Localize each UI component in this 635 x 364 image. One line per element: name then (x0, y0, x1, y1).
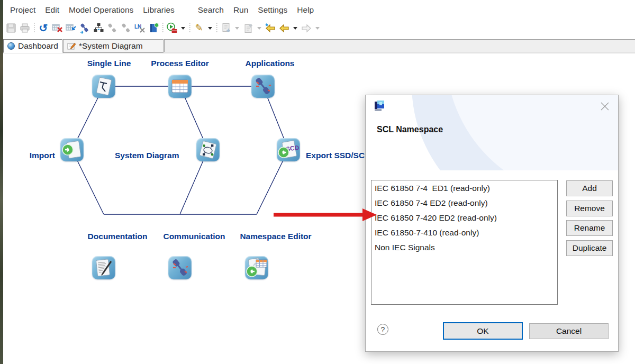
single-line-icon[interactable] (92, 75, 115, 98)
list-item[interactable]: IEC 61850-7-410 (read-only) (371, 225, 557, 240)
list-item[interactable]: Non IEC Signals (371, 240, 557, 254)
node-label-namespace-editor: Namespace Editor (238, 232, 313, 241)
node-label-import: Import (13, 151, 55, 160)
applications-icon[interactable] (251, 75, 275, 98)
export-ssd-icon[interactable]: SCD (277, 138, 300, 161)
communication-icon[interactable] (168, 256, 192, 279)
dialog-header: SCL Namespace (366, 95, 618, 170)
remove-button[interactable]: Remove (566, 201, 613, 216)
node-label-documentation: Documentation (83, 232, 152, 241)
node-label-single-line: Single Line (74, 59, 144, 68)
node-label-communication: Communication (159, 232, 229, 241)
namespace-editor-icon[interactable] (245, 256, 268, 279)
process-editor-icon[interactable] (168, 75, 192, 98)
system-diagram-icon[interactable] (196, 138, 220, 161)
node-label-applications: Applications (235, 59, 305, 68)
node-label-process-editor: Process Editor (145, 59, 215, 68)
cancel-button[interactable]: Cancel (529, 323, 609, 339)
red-annotation-arrow-icon (270, 207, 384, 222)
help-icon[interactable]: ? (377, 324, 388, 335)
app-window: Project Edit Model Operations Libraries … (3, 0, 635, 364)
close-icon[interactable] (600, 102, 610, 111)
list-item[interactable]: IEC 61850 7-420 ED2 (read-only) (371, 210, 557, 225)
duplicate-button[interactable]: Duplicate (566, 240, 613, 256)
node-label-system-diagram: System Diagram (115, 151, 179, 160)
documentation-icon[interactable] (92, 256, 115, 279)
list-item[interactable]: IEC 61850 7-4 ED1 (read-only) (371, 180, 557, 195)
dialog-title: SCL Namespace (377, 125, 443, 134)
dialog-app-icon (375, 101, 385, 112)
add-button[interactable]: Add (566, 180, 613, 196)
list-item[interactable]: IEC 61850 7-4 ED2 (read-only) (371, 195, 557, 210)
rename-button[interactable]: Rename (566, 220, 613, 236)
scl-namespace-dialog: SCL Namespace IEC 61850 7-4 ED1 (read-on… (365, 95, 619, 352)
import-icon[interactable] (60, 138, 84, 161)
namespace-list[interactable]: IEC 61850 7-4 ED1 (read-only) IEC 61850 … (371, 180, 558, 305)
ok-button[interactable]: OK (443, 322, 523, 340)
